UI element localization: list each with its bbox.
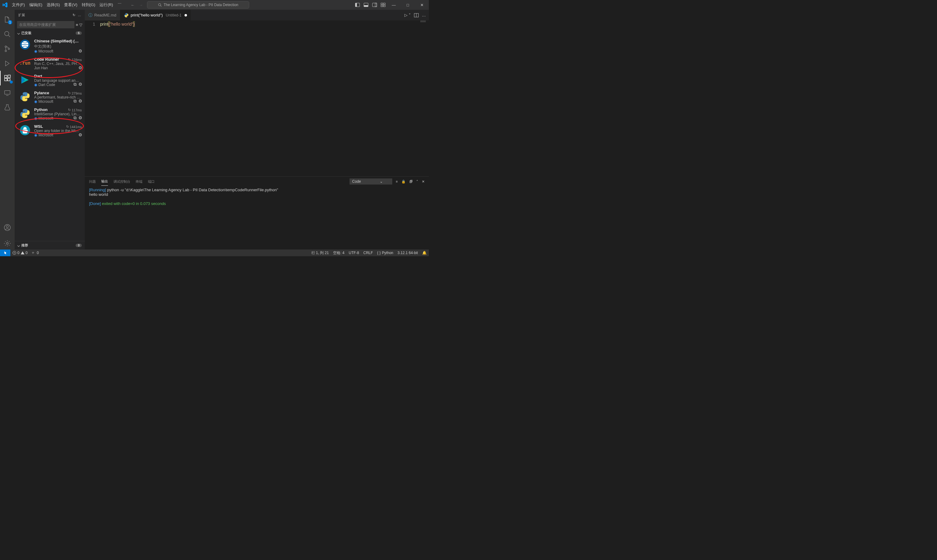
section-recommended[interactable]: 推荐 0 [15,241,85,249]
output-channel-select[interactable]: Code ⌄ [349,178,392,185]
status-language[interactable]: { } Python [375,249,395,256]
status-eol[interactable]: CRLF [361,249,375,256]
command-center[interactable]: The Learning Agency Lab - PII Data Detec… [147,1,249,9]
svg-point-16 [8,48,10,50]
panel-maximize-icon[interactable]: ˄ [416,180,418,184]
extension-item[interactable]: DartDart language support and …◉Dart Cod… [15,72,85,89]
code-editor[interactable]: 1 print("hello world") [85,20,429,176]
status-problems[interactable]: ×0 0 [10,249,29,256]
activity-search-icon[interactable] [0,27,15,42]
sidebar-title: 扩展 [18,13,25,17]
panel-tab-terminal[interactable]: 终端 [136,177,142,186]
menu-run[interactable]: 运行(R) [97,0,115,10]
svg-line-13 [8,35,10,37]
filter-icon[interactable]: ≡ [75,23,78,27]
close-icon[interactable]: ✕ [415,0,429,10]
refresh-icon[interactable]: ↻ [72,13,75,17]
extension-name: Chinese (Simplified) (简体… [34,38,81,44]
gear-icon[interactable]: ⚙ [78,49,82,53]
menu-edit[interactable]: 编辑(E) [27,0,45,10]
activity-run-debug-icon[interactable] [0,56,15,71]
explorer-badge: 1 [8,20,12,25]
status-notifications-icon[interactable]: 🔔 [420,249,429,256]
status-spaces[interactable]: 空格: 4 [331,249,346,256]
gear-icon[interactable]: ⚙ [78,98,82,104]
nav-forward-icon[interactable]: → [139,3,143,7]
status-ports[interactable]: ᯤ0 [29,249,41,256]
switch-icon[interactable]: ⧉ [74,98,77,104]
toggle-primary-sidebar-icon[interactable] [355,2,360,7]
status-encoding[interactable]: UTF-8 [346,249,361,256]
more-icon[interactable]: … [78,13,81,17]
status-interpreter[interactable]: 3.12.1 64-bit [395,249,420,256]
panel-tab-ports[interactable]: 端口 [148,177,155,186]
activity-testing-icon[interactable] [0,100,15,115]
extension-item[interactable]: Chinese (Simplified) (简体…中文(简体)◉Microsof… [15,37,85,55]
tab-readme[interactable]: ⓘ ReadME.md [85,10,120,20]
activity-extensions-icon[interactable] [0,71,15,85]
extension-item[interactable]: PythonIntelliSense (Pylance), Lintin…◉Mi… [15,106,85,122]
run-code-icon[interactable]: ▷ ˅ [405,13,411,17]
minimap[interactable] [420,20,426,22]
extension-item[interactable]: PylanceA performant, feature-rich l…◉Mic… [15,89,85,106]
gear-icon[interactable]: ⚙ [78,115,82,120]
extension-icon [19,91,31,103]
panel-tab-debug[interactable]: 调试控制台 [114,177,130,186]
split-editor-icon[interactable] [414,13,419,18]
section-installed[interactable]: 已安装 6 [15,29,85,37]
maximize-icon[interactable]: □ [401,0,415,10]
extension-name: Dart [34,74,81,78]
svg-rect-5 [364,5,368,7]
extension-item[interactable]: .runCode RunnerRun C, C++, Java, JS, PHP… [15,55,85,72]
activity-remote-icon[interactable] [0,85,15,100]
activity-explorer-icon[interactable]: 1 [0,12,15,27]
clear-output-icon[interactable]: 🗐 [409,180,413,183]
tab-untitled-1[interactable]: print("hello world") Untitled-1 [120,10,191,20]
customize-layout-icon[interactable] [381,2,386,7]
gear-icon[interactable]: ⚙ [78,65,82,70]
panel-tab-output[interactable]: 输出 [101,177,108,186]
svg-point-0 [158,4,161,6]
panel-tab-problems[interactable]: 问题 [89,177,96,186]
remote-indicator[interactable] [0,249,10,256]
menu-goto[interactable]: 转到(G) [80,0,98,10]
switch-icon[interactable]: ⧉ [74,82,77,87]
toggle-secondary-sidebar-icon[interactable] [372,2,377,7]
switch-icon[interactable]: ⧉ [74,115,77,120]
layout-controls [355,2,387,7]
lock-scroll-icon[interactable]: 🔒 [402,180,406,184]
menu-file[interactable]: 文件(F) [10,0,27,10]
tab-more-icon[interactable]: … [422,13,426,17]
extension-desc: Run C, C++, Java, JS, PHP, P… [34,62,81,66]
extension-search-input[interactable] [17,21,74,28]
verified-icon: ◉ [34,83,37,87]
svg-rect-19 [8,78,10,81]
menu-overflow-icon[interactable]: … [115,0,124,10]
word-wrap-icon[interactable]: ≡ [396,180,398,183]
extension-icon [19,38,31,51]
extension-icon [19,74,31,86]
nav-back-icon[interactable]: ← [131,3,134,7]
status-line-col[interactable]: 行 1, 列 21 [309,249,331,256]
menu-view[interactable]: 查看(V) [62,0,79,10]
clear-filter-icon[interactable]: ▽ [79,23,82,27]
toggle-panel-icon[interactable] [363,2,368,7]
activity-settings-icon[interactable] [0,237,15,249]
title-bar: 文件(F) 编辑(E) 选择(S) 查看(V) 转到(G) 运行(R) … ← … [0,0,429,10]
output-body[interactable]: [Running] python -u "d:\Kaggle\The Learn… [85,186,429,249]
minimize-icon[interactable]: — [387,0,401,10]
dirty-indicator [185,14,187,17]
menu-select[interactable]: 选择(S) [45,0,62,10]
clock-icon: ↻ [68,91,71,95]
search-icon [158,3,162,7]
svg-point-30 [26,129,26,130]
gear-icon[interactable]: ⚙ [78,132,82,137]
activity-source-control-icon[interactable] [0,42,15,56]
activity-accounts-icon[interactable] [0,220,15,235]
svg-rect-11 [383,5,385,7]
panel-close-icon[interactable]: ✕ [422,180,425,184]
gear-icon[interactable]: ⚙ [78,82,82,87]
svg-rect-17 [5,75,7,78]
svg-point-24 [6,226,9,228]
extension-item[interactable]: WSLOpen any folder in the Win…◉Microsoft… [15,122,85,139]
